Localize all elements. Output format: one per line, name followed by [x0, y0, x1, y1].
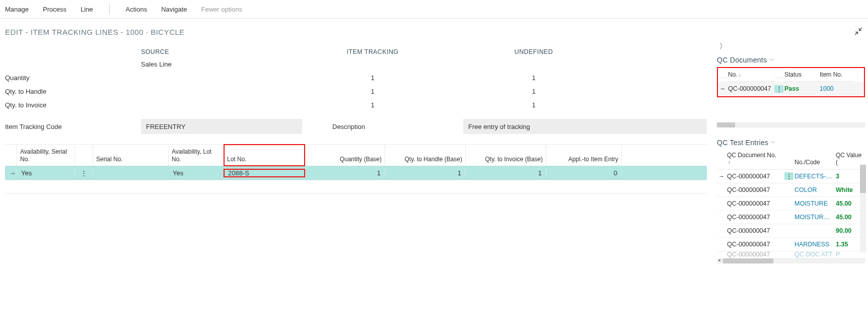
factbox-qc-documents-title[interactable]: QC Documents ﹀ [717, 52, 865, 67]
qc-tests-v-scrollbar[interactable] [860, 165, 866, 252]
tracking-lines-grid: Availability, Serial No. Serial No. Avai… [5, 144, 707, 194]
qty-handle-item-tracking: 1 [297, 88, 448, 95]
cell-qty-handle-base[interactable]: 1 [385, 169, 466, 177]
qc-docs-h-scrollbar[interactable] [717, 122, 865, 127]
row-menu-icon[interactable]: ⋮ [75, 169, 93, 177]
qc-test-value: 1.35 [835, 241, 863, 248]
qc-docs-col-item-no[interactable]: Item No. [819, 68, 854, 82]
qc-test-value: 90.00 [835, 227, 863, 234]
title-row: EDIT - ITEM TRACKING LINES - 1000 · BICY… [0, 19, 868, 41]
qc-tests-col-no-code[interactable]: No./Code [793, 157, 835, 169]
factbox-pane: 〉 QC Documents ﹀ No.↓ Status Item No. → … [712, 41, 868, 269]
label-description: Description [332, 123, 458, 130]
grid-empty-row [5, 180, 707, 194]
col-availability-serial[interactable]: Availability, Serial No. [17, 145, 75, 166]
sort-desc-icon: ↓ [739, 72, 741, 78]
col-serial-no[interactable]: Serial No. [93, 145, 169, 166]
qc-test-row[interactable]: QC-000000047MOISTURE 0245.00 [717, 211, 865, 224]
qc-test-doc-no[interactable]: QC-000000047 [726, 173, 784, 180]
quantity-undefined: 1 [453, 74, 614, 82]
qc-test-doc-no[interactable]: QC-000000047 [726, 214, 784, 221]
col-qty-invoice-base[interactable]: Qty. to Invoice (Base) [466, 145, 546, 166]
qc-docs-col-no[interactable]: No.↓ [727, 68, 774, 82]
header-source: SOURCE [141, 46, 292, 57]
qc-test-code[interactable]: DEFECTS-MA... [793, 173, 835, 180]
cell-qty-base[interactable]: 1 [305, 169, 385, 177]
page-title: EDIT - ITEM TRACKING LINES - 1000 · BICY… [5, 28, 185, 36]
menu-line[interactable]: Line [81, 6, 93, 13]
factbox-next-icon[interactable]: 〉 [717, 41, 865, 52]
chevron-down-icon: ﹀ [770, 139, 776, 147]
qc-test-entries-label: QC Test Entries [717, 139, 768, 147]
cell-lot-no[interactable]: 2088-S [224, 169, 305, 177]
menu-process[interactable]: Process [43, 6, 66, 13]
qc-test-row[interactable]: QC-000000047COLORWhite [717, 183, 865, 197]
row-selector-arrow-icon[interactable]: → [5, 169, 17, 177]
header-undefined: UNDEFINED [453, 46, 614, 57]
qc-test-row[interactable]: QC-000000047HARDNESS1.35 [717, 238, 865, 251]
menu-fewer-options[interactable]: Fewer options [201, 6, 242, 13]
sort-asc-icon: ↑ [728, 160, 731, 165]
qc-documents-label: QC Documents [717, 56, 767, 64]
qc-test-code[interactable]: HARDNESS [793, 241, 835, 248]
field-item-tracking-code[interactable]: FREEENTRY [141, 119, 302, 134]
label-item-tracking-code: Item Tracking Code [5, 123, 136, 130]
menu-actions[interactable]: Actions [126, 6, 148, 13]
cell-qty-invoice-base[interactable]: 1 [466, 169, 546, 177]
label-qty-handle: Qty. to Handle [5, 88, 136, 95]
qc-test-row[interactable]: QC-00000004790.00 [717, 224, 865, 238]
qc-test-doc-no[interactable]: QC-000000047 [726, 227, 784, 234]
col-appl-to-item-entry[interactable]: Appl.-to Item Entry [546, 145, 622, 166]
qty-invoice-undefined: 1 [453, 101, 614, 109]
qc-test-doc-no[interactable]: QC-000000047 [726, 200, 784, 207]
qc-documents-grid: No.↓ Status Item No. → QC-000000047 ⋮ Pa… [717, 67, 865, 97]
header-item-tracking: ITEM TRACKING [297, 46, 448, 57]
qc-test-value: 3 [835, 173, 863, 180]
qc-test-doc-no[interactable]: QC-000000047 [726, 241, 784, 248]
quantity-item-tracking: 1 [297, 74, 448, 82]
collapse-factbox-icon[interactable] [854, 27, 863, 37]
col-qty-handle-base[interactable]: Qty. to Handle (Base) [385, 145, 466, 166]
row-menu-icon[interactable]: ⋮ [784, 172, 793, 180]
qc-doc-no[interactable]: QC-000000047 [727, 85, 774, 92]
row-menu-icon[interactable]: ⋮ [774, 85, 783, 93]
menu-navigate[interactable]: Navigate [161, 6, 187, 13]
qc-tests-col-qc-value[interactable]: QC Value ( [835, 150, 863, 169]
qc-test-doc-no[interactable]: QC-000000047 [726, 186, 784, 193]
qc-test-value: 45.00 [835, 200, 863, 207]
qc-tests-h-scrollbar[interactable] [717, 258, 865, 264]
qc-test-code[interactable]: MOISTURE 02 [793, 214, 835, 221]
source-value: Sales Line [141, 60, 292, 68]
chevron-down-icon: ﹀ [769, 56, 774, 64]
field-description[interactable]: Free entry of tracking [463, 119, 707, 134]
menubar: Manage Process Line Actions Navigate Few… [0, 0, 868, 19]
cell-appl-to[interactable]: 0 [546, 169, 622, 177]
factbox-qc-test-entries-title[interactable]: QC Test Entries ﹀ [717, 135, 865, 150]
qc-docs-col-status[interactable]: Status [783, 68, 819, 82]
qc-docs-row[interactable]: → QC-000000047 ⋮ Pass 1000 [718, 82, 864, 96]
qc-test-code[interactable]: MOISTURE [793, 200, 835, 207]
col-availability-lot[interactable]: Availability, Lot No. [169, 145, 224, 166]
main-content: SOURCE ITEM TRACKING UNDEFINED Sales Lin… [0, 41, 712, 269]
cell-avail-serial[interactable]: Yes [17, 169, 75, 177]
qc-test-value: 45.00 [835, 214, 863, 221]
qc-test-code[interactable]: COLOR [793, 186, 835, 193]
qty-handle-undefined: 1 [453, 88, 614, 95]
menu-manage[interactable]: Manage [5, 6, 29, 13]
label-quantity: Quantity [5, 74, 136, 82]
col-lot-no[interactable]: Lot No. [224, 145, 305, 166]
label-qty-invoice: Qty. to Invoice [5, 101, 136, 109]
grid-row-selected[interactable]: → Yes ⋮ Yes 2088-S 1 1 1 0 [5, 166, 707, 180]
row-arrow-icon[interactable]: → [718, 85, 727, 92]
qc-doc-item-no[interactable]: 1000 [819, 85, 854, 92]
qc-test-value: White [835, 186, 863, 193]
summary-headers: SOURCE ITEM TRACKING UNDEFINED [5, 46, 707, 57]
col-quantity-base[interactable]: Quantity (Base) [305, 145, 385, 166]
cell-avail-lot[interactable]: Yes [169, 169, 224, 177]
row-arrow-icon[interactable]: → [717, 173, 726, 180]
qc-doc-status: Pass [783, 85, 819, 92]
qc-test-row-partial: QC-000000047 QC DOC ATT P [717, 251, 865, 258]
qc-test-row[interactable]: →QC-000000047⋮DEFECTS-MA...3 [717, 170, 865, 183]
qc-tests-col-doc-no[interactable]: QC Document No.↑ [726, 150, 784, 169]
qc-test-row[interactable]: QC-000000047MOISTURE45.00 [717, 197, 865, 211]
